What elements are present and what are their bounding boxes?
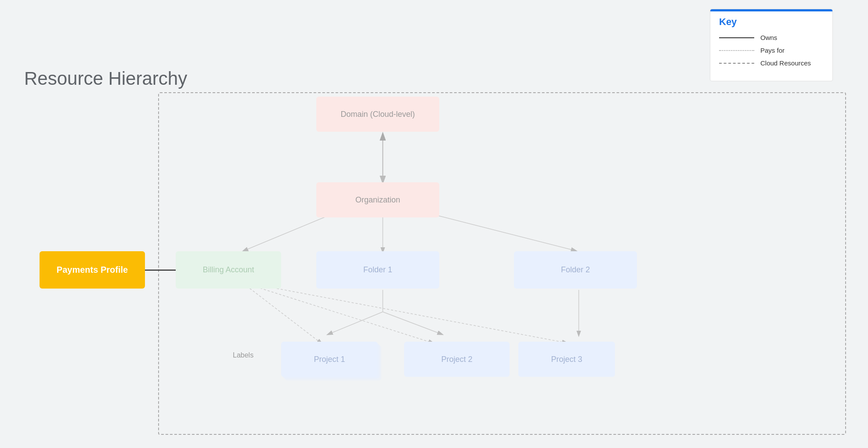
legend-title: Key xyxy=(719,16,824,28)
diagram-container: Domain (Cloud-level) Organization Billin… xyxy=(18,88,850,439)
node-domain: Domain (Cloud-level) xyxy=(316,97,439,132)
legend-label-owns: Owns xyxy=(760,34,777,41)
node-folder1: Folder 1 xyxy=(316,251,439,289)
labels-text: Labels xyxy=(233,351,253,359)
node-organization: Organization xyxy=(316,182,439,217)
node-project2: Project 2 xyxy=(404,342,510,377)
legend-item-cloud: Cloud Resources xyxy=(719,59,824,67)
legend-label-cloud: Cloud Resources xyxy=(760,59,811,67)
node-project1: Project 1 xyxy=(281,342,378,377)
node-folder2: Folder 2 xyxy=(514,251,637,289)
legend-label-pays: Pays for xyxy=(760,47,785,54)
legend-line-dotted xyxy=(719,50,754,51)
node-payments-profile: Payments Profile xyxy=(40,251,145,289)
legend-box: Key Owns Pays for Cloud Resources xyxy=(710,9,833,81)
legend-line-solid xyxy=(719,37,754,38)
legend-line-dashed xyxy=(719,63,754,64)
page-title: Resource Hierarchy xyxy=(24,68,187,89)
node-billing-account: Billing Account xyxy=(176,251,281,289)
legend-item-owns: Owns xyxy=(719,34,824,41)
legend-item-pays: Pays for xyxy=(719,47,824,54)
node-project3: Project 3 xyxy=(518,342,615,377)
legend-top-bar xyxy=(710,9,832,11)
